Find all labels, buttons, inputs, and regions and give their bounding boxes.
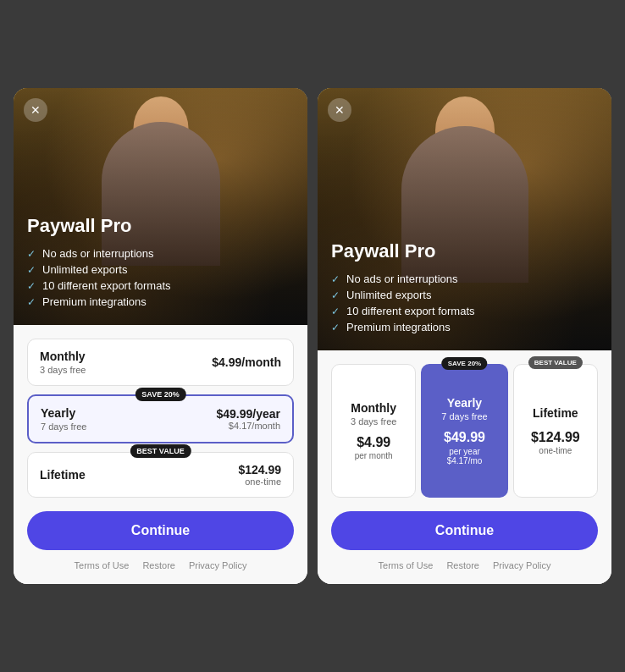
feature-4: ✓Premium integrations	[27, 295, 294, 308]
left-feature-list: ✓No ads or interruptions ✓Unlimited expo…	[27, 247, 294, 308]
right-yearly-col-price: $49.99	[444, 430, 485, 445]
right-lifetime-col-name: Lifetime	[533, 406, 578, 420]
right-check-2: ✓	[331, 289, 340, 301]
right-plan-lifetime[interactable]: BEST VALUE Lifetime $124.99 one-time	[513, 364, 598, 498]
left-plan-monthly[interactable]: Monthly 3 days free $4.99/month	[27, 339, 294, 386]
right-lifetime-col-price: $124.99	[531, 430, 580, 445]
left-yearly-price: $49.99/year	[216, 407, 280, 421]
right-plan-columns: Monthly 3 days free $4.99 per month SAVE…	[331, 364, 598, 498]
main-container: ✕ Paywall Pro ✓No ads or interruptions ✓…	[14, 88, 611, 584]
right-check-3: ✓	[331, 306, 340, 317]
left-plan-yearly[interactable]: SAVE 20% Yearly 7 days free $49.99/year …	[27, 394, 294, 443]
left-privacy-link[interactable]: Privacy Policy	[189, 560, 246, 570]
left-footer-links: Terms of Use Restore Privacy Policy	[27, 560, 294, 570]
left-card-body: Monthly 3 days free $4.99/month SAVE 20%…	[14, 325, 307, 584]
right-monthly-col-name: Monthly	[351, 401, 396, 415]
right-terms-link[interactable]: Terms of Use	[379, 560, 434, 570]
right-card-body: Monthly 3 days free $4.99 per month SAVE…	[318, 350, 611, 584]
left-yearly-badge: SAVE 20%	[135, 388, 185, 401]
left-continue-button[interactable]: Continue	[27, 511, 294, 550]
right-feature-3: ✓10 different export formats	[331, 305, 598, 317]
right-hero-content: Paywall Pro ✓No ads or interruptions ✓Un…	[318, 227, 611, 350]
check-icon-1: ✓	[27, 248, 36, 260]
right-feature-2: ✓Unlimited exports	[331, 289, 598, 301]
right-lifetime-col-subprice: one-time	[539, 446, 572, 455]
right-yearly-col-badge: SAVE 20%	[442, 357, 487, 370]
right-feature-1: ✓No ads or interruptions	[331, 273, 598, 285]
right-yearly-col-subprice: per year $4.17/mo	[447, 447, 483, 465]
left-monthly-trial: 3 days free	[40, 365, 86, 375]
right-yearly-col-name: Yearly	[447, 396, 482, 410]
right-close-button[interactable]: ✕	[328, 98, 351, 122]
left-plan-options: Monthly 3 days free $4.99/month SAVE 20%…	[27, 339, 294, 498]
check-icon-4: ✓	[27, 296, 36, 308]
right-check-1: ✓	[331, 273, 340, 285]
left-lifetime-subprice: one-time	[238, 476, 281, 487]
left-hero-content: Paywall Pro ✓No ads or interruptions ✓Un…	[14, 201, 307, 325]
left-monthly-name: Monthly	[40, 350, 86, 363]
right-monthly-col-subprice: per month	[355, 451, 393, 460]
left-plan-lifetime[interactable]: BEST VALUE Lifetime $124.99 one-time	[27, 452, 294, 498]
right-yearly-col-trial: 7 days free	[441, 411, 487, 421]
right-feature-list: ✓No ads or interruptions ✓Unlimited expo…	[331, 273, 598, 333]
feature-1: ✓No ads or interruptions	[27, 247, 294, 260]
left-close-button[interactable]: ✕	[24, 98, 47, 122]
right-title: Paywall Pro	[331, 240, 598, 262]
right-plan-monthly[interactable]: Monthly 3 days free $4.99 per month	[331, 364, 416, 498]
right-card: ✕ Paywall Pro ✓No ads or interruptions ✓…	[318, 88, 611, 584]
left-title: Paywall Pro	[27, 215, 294, 237]
right-monthly-col-trial: 3 days free	[351, 416, 396, 427]
feature-3: ✓10 different export formats	[27, 279, 294, 292]
right-check-4: ✓	[331, 322, 340, 333]
left-hero: ✕ Paywall Pro ✓No ads or interruptions ✓…	[14, 88, 307, 325]
right-feature-4: ✓Premium integrations	[331, 321, 598, 333]
left-yearly-name: Yearly	[41, 406, 86, 420]
right-hero: ✕ Paywall Pro ✓No ads or interruptions ✓…	[318, 88, 611, 350]
right-plan-yearly[interactable]: SAVE 20% Yearly 7 days free $49.99 per y…	[421, 364, 507, 498]
right-continue-button[interactable]: Continue	[331, 511, 598, 550]
left-lifetime-price: $124.99	[238, 463, 281, 476]
left-restore-link[interactable]: Restore	[142, 560, 175, 570]
right-restore-link[interactable]: Restore	[446, 560, 479, 570]
left-card: ✕ Paywall Pro ✓No ads or interruptions ✓…	[14, 88, 307, 584]
feature-2: ✓Unlimited exports	[27, 263, 294, 276]
left-lifetime-badge: BEST VALUE	[130, 444, 191, 458]
right-monthly-col-price: $4.99	[357, 435, 390, 450]
left-monthly-price: $4.99/month	[212, 355, 281, 369]
left-yearly-subprice: $4.17/month	[216, 421, 280, 431]
left-terms-link[interactable]: Terms of Use	[75, 560, 130, 570]
check-icon-3: ✓	[27, 280, 36, 292]
right-privacy-link[interactable]: Privacy Policy	[493, 560, 550, 570]
left-lifetime-name: Lifetime	[40, 468, 86, 482]
left-yearly-trial: 7 days free	[41, 421, 86, 432]
check-icon-2: ✓	[27, 264, 36, 276]
right-footer-links: Terms of Use Restore Privacy Policy	[331, 560, 598, 570]
right-lifetime-col-badge: BEST VALUE	[528, 356, 583, 369]
